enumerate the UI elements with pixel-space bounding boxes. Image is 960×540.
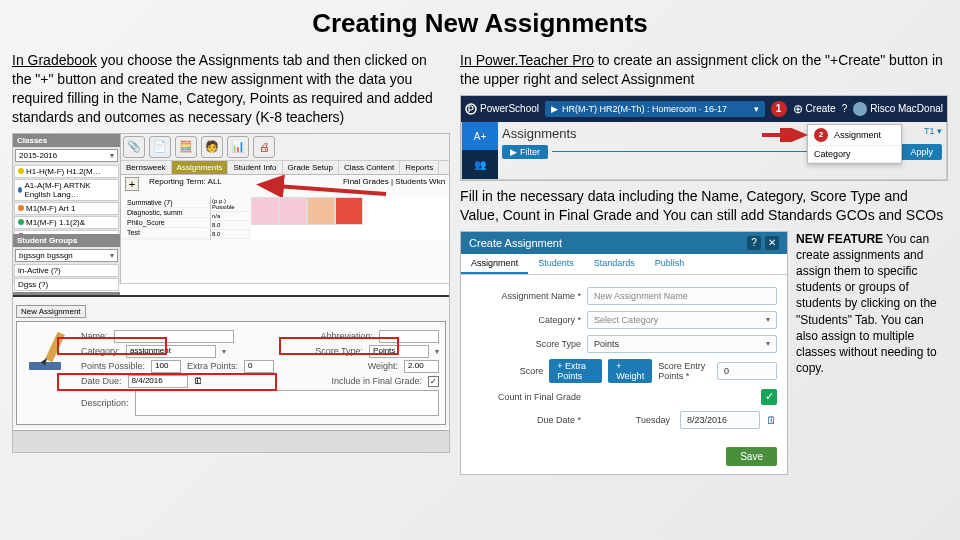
arrow-icon <box>760 128 810 142</box>
points-col-header: (p.p.) Possible <box>211 197 251 212</box>
class-row[interactable]: M1(M-F) 1.1(2)& <box>14 216 119 229</box>
class-row[interactable]: MEH-2(M-F) Science 4 <box>14 230 119 234</box>
tool-icon[interactable]: 📊 <box>227 136 249 158</box>
label-entry: Score Entry Points * <box>658 361 711 381</box>
extra-points-btn[interactable]: + Extra Points <box>549 359 602 383</box>
cell-head <box>307 197 335 225</box>
menu-assignment[interactable]: 2Assignment <box>808 125 901 146</box>
label-due: Due Date * <box>471 415 581 425</box>
marker-1: 1 <box>771 101 787 117</box>
close-icon[interactable]: ✕ <box>765 236 779 250</box>
slide-title: Creating New Assignments <box>12 8 948 39</box>
tool-icon[interactable]: 📎 <box>123 136 145 158</box>
help-icon[interactable]: ? <box>842 103 848 114</box>
group-dropdown[interactable]: bgssgn bgssgn▾ <box>15 249 118 262</box>
assign-cat: Test <box>124 228 207 238</box>
label-count: Count in Final Grade <box>471 392 581 402</box>
panel-title: Create Assignment <box>469 237 562 249</box>
create-assignment-panel: Create Assignment ?✕ AssignmentStudentsS… <box>460 231 788 475</box>
tool-icon[interactable]: 🖨 <box>253 136 275 158</box>
assign-cat: Summative (7) <box>124 198 207 208</box>
assign-cat: Philo_Score <box>124 218 207 228</box>
include-checkbox[interactable]: ✓ <box>428 376 439 387</box>
class-selector[interactable]: ▶HR(M-T) HR2(M-Th) : Homeroom · 16-17▾ <box>545 101 765 117</box>
create-menu: 2Assignment Category <box>807 124 902 164</box>
gb-tab[interactable]: Reports <box>400 161 439 174</box>
label-extra: Extra Points: <box>187 361 238 371</box>
input-points[interactable]: 100 <box>151 360 181 373</box>
tool-icon[interactable]: 📄 <box>149 136 171 158</box>
reporting-term: Reporting Term: ALL <box>149 177 222 191</box>
new-assignment-label: New Assignment <box>16 305 86 318</box>
weight-btn[interactable]: + Weight <box>608 359 652 383</box>
ca-tab-students[interactable]: Students <box>528 254 584 274</box>
user-avatar[interactable]: Risco MacDonal <box>853 102 943 116</box>
class-row[interactable]: H1-H(M-F) H1.2(M… <box>14 165 119 178</box>
gb-tab[interactable]: Student Info <box>228 161 282 174</box>
nav-grading[interactable]: A+ <box>462 122 498 151</box>
plus-button[interactable]: + <box>125 177 139 191</box>
new-feature-note: NEW FEATURE You can create assignments a… <box>796 231 948 475</box>
ca-tab-standards[interactable]: Standards <box>584 254 645 274</box>
points-cell: 8.0 <box>211 221 251 230</box>
right-paragraph: In Power.Teacher Pro to create an assign… <box>460 51 948 89</box>
label-points: Points Possible: <box>81 361 145 371</box>
label-scoretype: Score Type <box>471 339 581 349</box>
count-toggle[interactable]: ✓ <box>761 389 777 405</box>
gb-tab[interactable]: Grade Setup <box>283 161 339 174</box>
left-paragraph: In Gradebook you choose the Assignments … <box>12 51 450 127</box>
select-category[interactable]: Select Category▾ <box>587 311 777 329</box>
term-selector[interactable]: T1 ▾ <box>924 126 942 141</box>
calendar-icon[interactable]: 🗓 <box>766 414 777 426</box>
due-day: Tuesday <box>636 415 670 425</box>
label-category: Category * <box>471 315 581 325</box>
input-due[interactable]: 8/23/2016 <box>680 411 760 429</box>
classes-header: Classes <box>13 134 120 147</box>
gb-tab[interactable]: Bernsweek <box>121 161 172 174</box>
label-include: Include in Final Grade: <box>332 376 423 386</box>
nav-students[interactable]: 👥 <box>462 150 498 179</box>
label-weight: Weight: <box>368 361 398 371</box>
active-row[interactable]: in-Active (?) <box>14 264 119 277</box>
cell-head <box>279 197 307 225</box>
input-desc[interactable] <box>135 390 440 416</box>
highlight-box <box>57 337 167 355</box>
cell-head <box>335 197 363 225</box>
student-groups-header: Student Groups <box>13 234 120 247</box>
gb-tab[interactable]: Assignments <box>172 161 229 174</box>
label-score-sub: Score <box>471 366 543 376</box>
class-row[interactable]: M1(M-F) Art 1 <box>14 202 119 215</box>
menu-category[interactable]: Category <box>808 146 901 163</box>
powerteacher-bar-screenshot: PowerSchool ▶HR(M-T) HR2(M-Th) : Homeroo… <box>460 95 948 181</box>
filter-button[interactable]: ▶Filter <box>502 145 548 159</box>
input-name[interactable]: New Assignment Name <box>587 287 777 305</box>
input-weight[interactable]: 2.00 <box>404 360 439 373</box>
input-entry[interactable]: 0 <box>717 362 777 380</box>
gb-tab[interactable]: Class Content <box>339 161 400 174</box>
points-cell: n/a <box>211 212 251 221</box>
input-extra[interactable]: 0 <box>244 360 274 373</box>
tool-icon[interactable]: 🧑 <box>201 136 223 158</box>
ca-tab-assignment[interactable]: Assignment <box>461 254 528 274</box>
assign-cat: Diagnostic, summ <box>124 208 207 218</box>
gradebook-screenshot: Classes 2015-2016▾ H1-H(M-F) H1.2(M…A1-A… <box>12 133 450 453</box>
powerschool-logo: PowerSchool <box>465 103 539 115</box>
year-dropdown[interactable]: 2015-2016▾ <box>15 149 118 162</box>
label-name: Assignment Name * <box>471 291 581 301</box>
tool-icon[interactable]: 🧮 <box>175 136 197 158</box>
mid-paragraph: Fill in the necessary data including the… <box>460 187 948 225</box>
create-button[interactable]: ⊕Create <box>793 102 836 116</box>
help-icon[interactable]: ? <box>747 236 761 250</box>
svg-line-0 <box>276 186 386 194</box>
save-button[interactable]: Save <box>726 447 777 466</box>
apply-button[interactable]: Apply <box>901 144 942 160</box>
active-drop[interactable]: Dgss (?) <box>14 278 119 291</box>
label-desc: Description: <box>81 398 129 408</box>
class-row[interactable]: A1-A(M-F) ARTNK English Lang… <box>14 179 119 201</box>
highlight-box <box>279 337 399 355</box>
cell-head <box>251 197 279 225</box>
highlight-box <box>57 373 277 391</box>
ca-tab-publish[interactable]: Publish <box>645 254 695 274</box>
status-bar <box>13 430 449 452</box>
select-scoretype[interactable]: Points▾ <box>587 335 777 353</box>
